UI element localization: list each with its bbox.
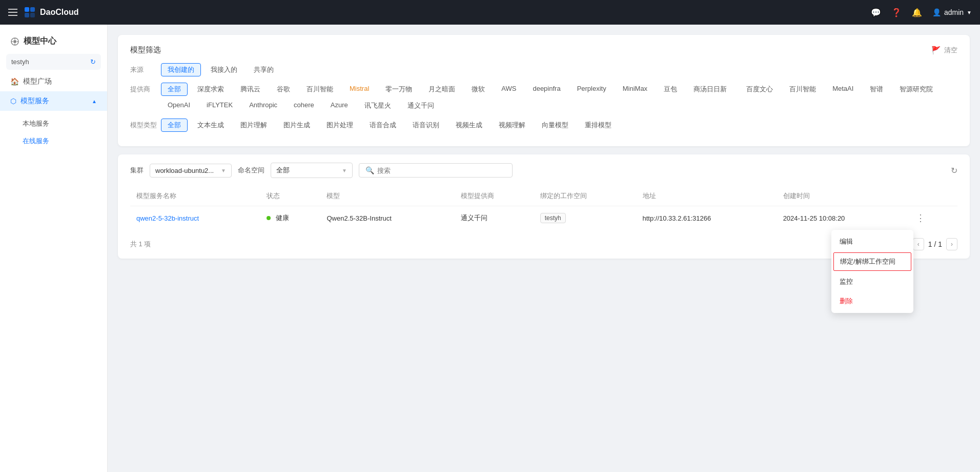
search-input[interactable] (377, 167, 506, 174)
provider-moonshot[interactable]: 月之暗面 (422, 83, 462, 96)
source-tab-my-created[interactable]: 我创建的 (161, 63, 201, 76)
type-image-process[interactable]: 图片处理 (320, 119, 360, 132)
provider-xunfei[interactable]: 讯飞星火 (358, 99, 398, 112)
provider-baichuan2[interactable]: 百川智能 (783, 83, 823, 96)
filter-card: 模型筛选 🚩 清空 来源 我创建的 我接入的 共享的 提供商 全部 深度求 (118, 35, 970, 146)
cluster-value: workload-ubuntu2... (155, 167, 214, 174)
service-name-link[interactable]: qwen2-5-32b-instruct (136, 214, 199, 222)
sidebar-title: 模型中心 (0, 31, 107, 52)
col-actions (906, 186, 957, 206)
context-menu-bind-workspace[interactable]: 绑定/解绑工作空间 (833, 252, 911, 271)
help-icon[interactable]: ❓ (891, 8, 902, 17)
svg-rect-3 (30, 13, 35, 17)
clear-filter-icon: 🚩 (931, 46, 941, 55)
type-label: 模型类型 (130, 119, 161, 130)
provider-deepseek[interactable]: 深度求索 (191, 83, 231, 96)
more-actions-button[interactable]: ⋮ (912, 211, 929, 225)
provider-baichuan[interactable]: 百川智能 (300, 83, 340, 96)
filter-type-row: 模型类型 全部 文本生成 图片理解 图片生成 图片处理 语音合成 语音识别 视频… (130, 119, 957, 132)
sidebar-item-model-plaza[interactable]: 🏠 模型广场 (0, 72, 107, 91)
type-vector[interactable]: 向量模型 (535, 119, 575, 132)
clear-filter-button[interactable]: 清空 (944, 46, 957, 55)
provider-zhiyuan[interactable]: 智源研究院 (893, 83, 940, 96)
provider-metaai[interactable]: MetaAI (826, 83, 860, 96)
sidebar-item-label: 模型服务 (21, 96, 49, 106)
provider-deepinfra[interactable]: deepinfra (526, 83, 567, 96)
logo-icon (24, 6, 36, 18)
namespace-select[interactable]: 全部 ▼ (271, 163, 353, 178)
sidebar-submenu: 本地服务 在线服务 (0, 111, 107, 154)
table-toolbar: 集群 workload-ubuntu2... ▼ 命名空间 全部 ▼ 🔍 ↻ (130, 163, 957, 178)
source-tab-shared[interactable]: 共享的 (247, 63, 280, 76)
namespace-label: 命名空间 (238, 166, 264, 175)
provider-doubao[interactable]: 豆包 (657, 83, 684, 96)
bell-icon[interactable]: 🔔 (912, 8, 922, 17)
type-video-understand[interactable]: 视频理解 (492, 119, 532, 132)
context-menu-monitor[interactable]: 监控 (831, 272, 913, 291)
filter-provider-row: 提供商 全部 深度求索 腾讯云 谷歌 百川智能 Mistral 零一万物 月之暗… (130, 83, 957, 112)
provider-minimax[interactable]: MiniMax (616, 83, 654, 96)
provider-tencent[interactable]: 腾讯云 (234, 83, 267, 96)
page-total: 共 1 项 (130, 240, 151, 249)
svg-rect-2 (25, 13, 29, 17)
source-tab-my-connected[interactable]: 我接入的 (204, 63, 244, 76)
provider-iflytek[interactable]: iFLYTEK (200, 99, 239, 112)
provider-baidu[interactable]: 百度文心 (740, 83, 780, 96)
message-icon[interactable]: 💬 (871, 8, 881, 17)
user-avatar-icon: 👤 (932, 8, 941, 16)
provider-lingyi[interactable]: 零一万物 (379, 83, 419, 96)
provider-perplexity[interactable]: Perplexity (570, 83, 613, 96)
sidebar-item-label: 模型广场 (23, 77, 52, 86)
provider-aws[interactable]: AWS (495, 83, 523, 96)
col-model: 模型 (320, 186, 454, 206)
provider-azure[interactable]: Azure (324, 99, 355, 112)
filter-source-row: 来源 我创建的 我接入的 共享的 (130, 63, 957, 76)
row-actions: ⋮ (906, 206, 957, 230)
row-address: http://10.33.2.61:31266 (637, 206, 777, 230)
provider-anthropic[interactable]: Anthropic (242, 99, 284, 112)
prev-page-button[interactable]: ‹ (913, 238, 924, 250)
filter-title: 模型筛选 (130, 45, 161, 55)
sidebar: 模型中心 testyh ↻ 🏠 模型广场 ⬡ 模型服务 ▲ 本地服务 在线服务 (0, 25, 108, 472)
provider-microsoft[interactable]: 微软 (465, 83, 492, 96)
workspace-selector[interactable]: testyh ↻ (6, 54, 101, 70)
col-created: 创建时间 (777, 186, 906, 206)
type-image-understand[interactable]: 图片理解 (234, 119, 274, 132)
context-menu-edit[interactable]: 编辑 (831, 232, 913, 251)
type-rerank[interactable]: 重排模型 (578, 119, 618, 132)
type-speech-recog[interactable]: 语音识别 (406, 119, 446, 132)
provider-mistral[interactable]: Mistral (343, 83, 376, 96)
sidebar-item-online-service[interactable]: 在线服务 (0, 132, 107, 150)
topnav: DaoCloud 💬 ❓ 🔔 👤 admin ▼ (0, 0, 980, 25)
provider-google[interactable]: 谷歌 (270, 83, 297, 96)
type-video-gen[interactable]: 视频生成 (449, 119, 489, 132)
refresh-button[interactable]: ↻ (951, 166, 957, 175)
provider-tags: 全部 深度求索 腾讯云 谷歌 百川智能 Mistral 零一万物 月之暗面 微软… (161, 83, 957, 112)
next-page-button[interactable]: › (946, 238, 957, 250)
sidebar-item-local-service[interactable]: 本地服务 (0, 115, 107, 132)
provider-tongyi[interactable]: 通义千问 (401, 99, 441, 112)
chevron-up-icon: ▲ (92, 99, 97, 104)
provider-shangtang[interactable]: 商汤日日新 (687, 83, 733, 96)
col-workspace: 绑定的工作空间 (534, 186, 637, 206)
type-speech-synth[interactable]: 语音合成 (363, 119, 403, 132)
search-box[interactable]: 🔍 (359, 163, 513, 178)
type-all[interactable]: 全部 (161, 119, 188, 132)
sidebar-item-model-service[interactable]: ⬡ 模型服务 ▲ (0, 91, 107, 111)
provider-openai[interactable]: OpenAI (161, 99, 197, 112)
type-image-gen[interactable]: 图片生成 (277, 119, 317, 132)
provider-all[interactable]: 全部 (161, 83, 188, 96)
context-menu-delete[interactable]: 删除 (831, 291, 913, 311)
cluster-select[interactable]: workload-ubuntu2... ▼ (150, 164, 232, 178)
workspace-name: testyh (11, 58, 29, 66)
refresh-icon[interactable]: ↻ (90, 58, 96, 66)
col-address: 地址 (637, 186, 777, 206)
provider-cohere[interactable]: cohere (287, 99, 321, 112)
source-tabs: 我创建的 我接入的 共享的 (161, 63, 957, 76)
row-created: 2024-11-25 10:08:20 (777, 206, 906, 230)
type-text-gen[interactable]: 文本生成 (191, 119, 231, 132)
provider-zhipu[interactable]: 智谱 (863, 83, 890, 96)
user-menu[interactable]: 👤 admin ▼ (932, 8, 972, 16)
hamburger-menu[interactable] (8, 9, 17, 16)
col-status: 状态 (260, 186, 321, 206)
